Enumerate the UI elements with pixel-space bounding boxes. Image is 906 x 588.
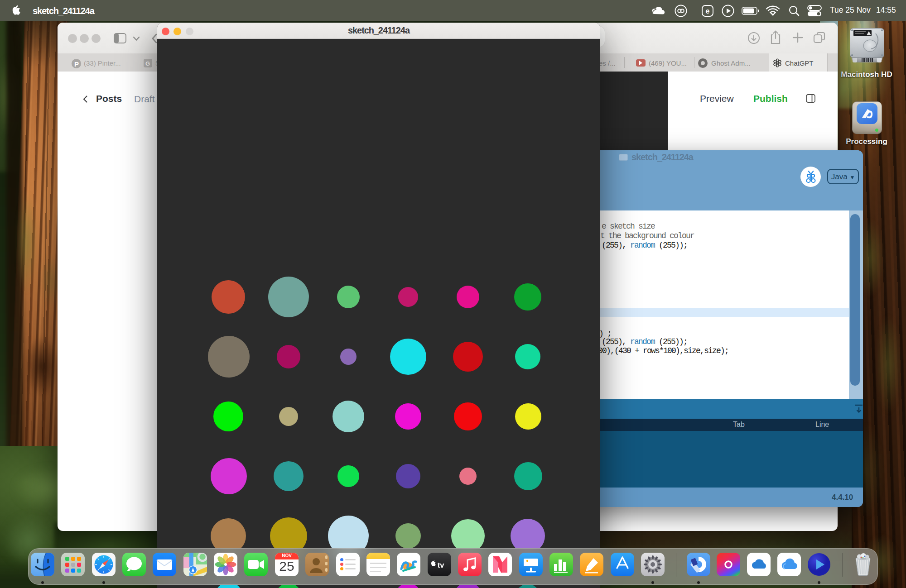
svg-text:tv: tv [438, 561, 444, 569]
svg-text:e: e [706, 7, 710, 15]
